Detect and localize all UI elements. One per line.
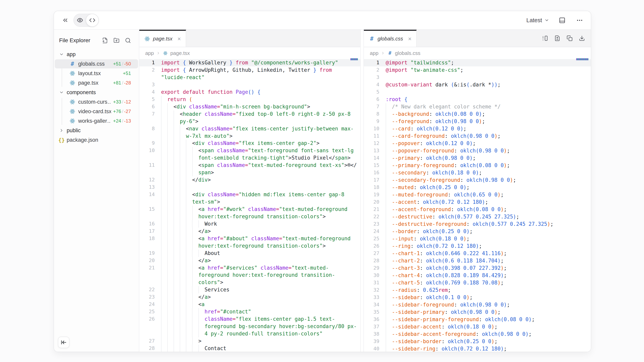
line-content: --card-foreground: oklch(0.98 0 0); xyxy=(386,132,591,140)
line-content: --chart-3: oklch(0.398 0.07 227.392); xyxy=(386,265,591,272)
code-line: 32--radius: 0.625rem; xyxy=(364,287,591,294)
line-content xyxy=(386,88,591,96)
tree-folder-app[interactable]: app xyxy=(54,49,139,59)
line-content: <header className="fixed top-0 left-0 ri… xyxy=(161,110,358,125)
panel-bottom-button[interactable] xyxy=(558,16,566,25)
breadcrumb-file[interactable]: page.tsx xyxy=(170,50,190,56)
breadcrumb-folder[interactable]: app xyxy=(145,50,154,56)
code-line: 27--chart-1: oklch(0.646 0.222 41.116); xyxy=(364,250,591,257)
line-number: 15 xyxy=(139,206,155,220)
horizontal-scrollbar[interactable] xyxy=(576,58,588,60)
code-line: 10--card: oklch(0.12 0 0); xyxy=(364,125,591,132)
breadcrumb-folder[interactable]: app xyxy=(370,50,378,56)
line-content: <span className="text-muted-foreground t… xyxy=(161,162,358,176)
file-diff-icon[interactable] xyxy=(554,35,560,41)
line-number: 4 xyxy=(364,81,380,88)
code-line: 19About xyxy=(139,250,360,257)
line-number: 12 xyxy=(139,176,155,184)
line-number: 19 xyxy=(139,250,155,257)
file-name: package.json xyxy=(67,137,131,143)
line-content: --chart-4: oklch(0.828 0.189 84.429); xyxy=(386,272,591,279)
line-number: 7 xyxy=(364,103,380,110)
line-number: 29 xyxy=(364,265,380,272)
line-number: 23 xyxy=(139,293,155,301)
line-number: 25 xyxy=(139,308,155,316)
diff-stats: +51/-50 xyxy=(111,61,131,67)
line-content: --primary: oklch(0.98 0 0); xyxy=(386,154,591,162)
line-content: --secondary-foreground: oklch(0.98 0 0); xyxy=(386,176,591,184)
line-content: --primary-foreground: oklch(0.08 0 0); xyxy=(386,162,591,169)
close-icon[interactable]: × xyxy=(408,36,412,42)
code-line: 17--secondary-foreground: oklch(0.98 0 0… xyxy=(364,176,591,184)
code-line: 29--chart-3: oklch(0.398 0.07 227.392); xyxy=(364,265,591,272)
horizontal-scrollbar[interactable] xyxy=(350,58,358,60)
download-icon[interactable] xyxy=(579,35,585,41)
code-line: 23</a> xyxy=(139,293,360,301)
line-content: return ( xyxy=(161,96,358,103)
tree-folder-public[interactable]: public xyxy=(54,126,139,135)
line-content: --sidebar-foreground: oklch(0.98 0 0); xyxy=(386,301,591,309)
line-number: 12 xyxy=(364,140,380,147)
line-content: --chart-2: oklch(0.6 0.118 184.704); xyxy=(386,257,591,265)
code-line: 6<div className="min-h-screen bg-backgro… xyxy=(139,103,360,110)
new-folder-icon[interactable] xyxy=(114,37,120,43)
line-content: --muted: oklch(0.25 0 0); xyxy=(386,184,591,191)
preview-toggle-button[interactable] xyxy=(74,14,86,27)
tab-globals-css[interactable]: # globals.css × xyxy=(364,30,417,47)
code-editor-globals-css[interactable]: 1@import "tailwindcss";2@import "tw-anim… xyxy=(364,59,591,352)
search-icon[interactable] xyxy=(125,37,131,43)
copy-icon[interactable] xyxy=(566,35,572,41)
line-number: 26 xyxy=(139,316,155,338)
collapse-panel-button[interactable] xyxy=(61,16,70,25)
breadcrumb-file[interactable]: globals.css xyxy=(395,50,420,56)
tab-page-tsx[interactable]: page.tsx × xyxy=(139,30,186,47)
code-line: 4export default function Page() { xyxy=(139,88,360,96)
line-number: 1 xyxy=(139,59,155,66)
react-file-icon xyxy=(70,99,76,105)
file-name: layout.tsx xyxy=(78,70,121,76)
line-number: 8 xyxy=(364,110,380,118)
more-options-button[interactable] xyxy=(575,16,584,25)
tree-file-globals-css[interactable]: #globals.css+51/-50 xyxy=(54,59,139,69)
tree-file-custom-curs-[interactable]: custom-curs…+33/-12 xyxy=(54,97,139,107)
tree-file-package-json[interactable]: {}package.json xyxy=(54,135,139,145)
line-content: <div className="min-h-screen bg-backgrou… xyxy=(161,103,358,110)
file-explorer: File Explorer app#globals.css+51/-50layo… xyxy=(54,30,139,352)
code-line: 18<a href="#about" className="text-muted… xyxy=(139,235,360,250)
file-tree: app#globals.css+51/-50layout.tsx+51page.… xyxy=(54,49,139,145)
line-content: <nav className="flex items-center justif… xyxy=(161,125,358,140)
tree-file-layout-tsx[interactable]: layout.tsx+51 xyxy=(54,69,139,78)
editor-actions xyxy=(542,30,591,47)
file-name: works-galler… xyxy=(78,118,111,124)
json-file-icon: {} xyxy=(59,138,64,142)
tree-folder-components[interactable]: components xyxy=(54,88,139,97)
code-line: 18--muted: oklch(0.25 0 0); xyxy=(364,184,591,191)
code-line: 11<span className="text-muted-foreground… xyxy=(139,162,360,176)
split-editor-icon[interactable] xyxy=(542,35,548,41)
collapse-sidebar-button[interactable] xyxy=(58,337,70,348)
diff-stats: +51 xyxy=(121,70,131,76)
line-number: 25 xyxy=(364,235,380,242)
line-content: --radius: 0.625rem; xyxy=(386,287,591,294)
tree-file-video-card-tsx[interactable]: video-card.tsx+76/-27 xyxy=(54,107,139,116)
code-toggle-button[interactable] xyxy=(86,14,99,27)
breadcrumb: app page.tsx xyxy=(139,47,360,59)
code-editor-page-tsx[interactable]: 1import { WorksGallery } from "@/compone… xyxy=(139,59,360,352)
code-line: 20</a> xyxy=(139,257,360,264)
line-content: --destructive-foreground: oklch(0.577 0.… xyxy=(386,220,591,228)
close-icon[interactable]: × xyxy=(177,36,181,42)
code-line: 38--sidebar-accent-foreground: oklch(0.9… xyxy=(364,331,591,338)
file-explorer-title: File Explorer xyxy=(59,37,90,44)
line-content: --secondary: oklch(0.18 0 0); xyxy=(386,169,591,176)
tree-file-works-galler-[interactable]: works-galler…+24/-13 xyxy=(54,116,139,126)
line-number: 36 xyxy=(364,316,380,323)
css-hash-icon: # xyxy=(369,36,374,42)
tree-file-page-tsx[interactable]: page.tsx+81/-28 xyxy=(54,78,139,88)
version-dropdown[interactable]: Latest xyxy=(526,17,549,23)
line-number: 6 xyxy=(364,96,380,103)
new-file-icon[interactable] xyxy=(102,37,108,43)
code-line: 13--popover-foreground: oklch(0.98 0 0); xyxy=(364,147,591,154)
ellipsis-icon xyxy=(576,17,583,23)
line-number: 31 xyxy=(364,279,380,287)
line-number: 2 xyxy=(139,66,155,81)
